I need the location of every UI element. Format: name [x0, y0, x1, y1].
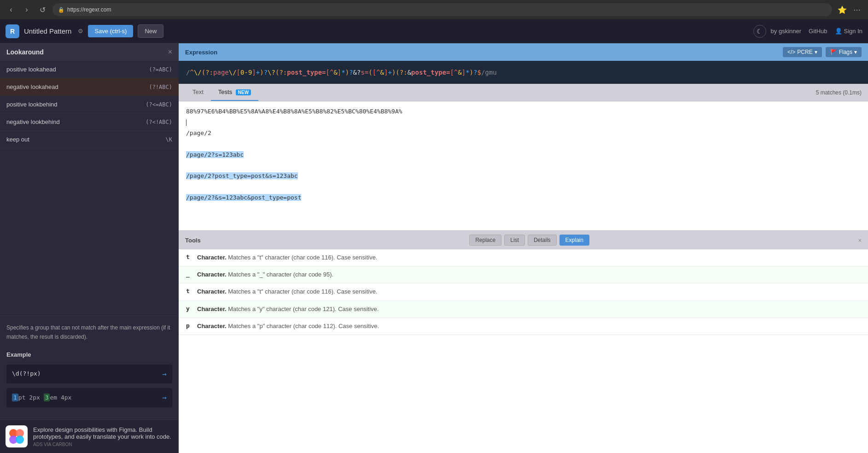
detail-text-2: Character. Matches a "_" character (char… [197, 271, 333, 279]
tab-tests[interactable]: Tests NEW [211, 84, 258, 101]
sidebar-description: Specifies a group that can not match aft… [0, 316, 179, 419]
detail-char-5: p [186, 322, 197, 329]
regex-amp: & [333, 69, 337, 76]
regex-escaped-q: \? [268, 69, 275, 76]
regex-range: 0-9 [240, 69, 252, 76]
more-button[interactable]: ⋯ [851, 3, 863, 16]
regex-post-type-text: post_type= [287, 69, 326, 76]
sidebar: Lookaround × positive lookahead (?=ABC) … [0, 43, 179, 453]
detail-char-1: t [186, 253, 197, 260]
ad-text: Explore design possibilities with Figma.… [33, 426, 173, 440]
sidebar-items-list: positive lookahead (?=ABC) negative look… [0, 61, 179, 316]
example-code-2: 1pt 2px 3em 4px → [6, 388, 172, 407]
sidebar-header: Lookaround × [0, 43, 179, 61]
extensions-button[interactable]: ⭐ [836, 3, 849, 16]
example-1-arrow[interactable]: → [162, 368, 167, 380]
ad-logo [6, 425, 28, 447]
sidebar-item-label: positive lookahead [6, 66, 56, 73]
list-button[interactable]: List [504, 235, 525, 246]
tools-buttons: Replace List Details Explain [469, 235, 589, 246]
browser-chrome: ‹ › ↺ 🔒 https://regexr.com ⭐ ⋯ [0, 0, 868, 19]
sidebar-close-button[interactable]: × [168, 48, 172, 56]
reload-button[interactable]: ↺ [36, 3, 49, 16]
tools-label: Tools [185, 237, 201, 244]
regex-char-class-close: ] [252, 69, 256, 76]
forward-button[interactable]: › [20, 3, 33, 16]
regex-amp4: & [458, 69, 461, 76]
save-button[interactable]: Save (ctrl-s) [88, 25, 133, 37]
tab-tests-label: Tests [218, 88, 232, 95]
sidebar-item-code: \K [166, 136, 172, 143]
back-button[interactable]: ‹ [5, 3, 17, 16]
main-content: Expression </> PCRE ▾ 🚩 Flags ▾ /^\/(?:p… [179, 43, 868, 453]
match-2: /page/2?post_type=post&s=123abc [186, 172, 298, 179]
tools-close-button[interactable]: × [858, 237, 862, 244]
detail-row-1: t Character. Matches a "t" character (ch… [179, 249, 868, 266]
flags-button[interactable]: 🚩 Flags ▾ [826, 47, 862, 57]
header-links: by gskinner GitHub 👤 Sign In [771, 28, 862, 35]
detail-row-2: _ Character. Matches a "_" character (ch… [179, 266, 868, 283]
regex-group-open-1: (?: [202, 69, 213, 76]
sidebar-item-negative-lookbehind[interactable]: negative lookbehind (?<!ABC) [0, 113, 179, 131]
url-text: https://regexr.com [67, 6, 111, 13]
regex-plus: + [256, 69, 260, 76]
text-line-cursor [186, 117, 861, 127]
ad-content: Explore design possibilities with Figma.… [33, 426, 173, 447]
text-line-3: /page/2?s=123abc [186, 149, 861, 160]
expression-label: Expression [185, 49, 217, 56]
sidebar-item-positive-lookahead[interactable]: positive lookahead (?=ABC) [0, 61, 179, 78]
dark-mode-button[interactable]: ☾ [753, 25, 766, 38]
by-text: by gskinner [771, 28, 801, 35]
highlight-1: 1 [12, 394, 18, 401]
tabs: Text Tests NEW [185, 84, 258, 101]
explain-button[interactable]: Explain [559, 235, 589, 246]
new-button[interactable]: New [138, 24, 163, 38]
text-line-blank3 [186, 182, 861, 192]
regex-display[interactable]: /^\/(?:page\/[0-9]+)?\?(?:post_type=[^&]… [179, 61, 868, 84]
regex-dollar: $ [477, 69, 481, 76]
sidebar-item-positive-lookbehind[interactable]: positive lookbehind (?<=ABC) [0, 96, 179, 113]
detail-text-3: Character. Matches a "t" character (char… [197, 288, 377, 296]
text-line-4: /page/2?post_type=post&s=123abc [186, 171, 861, 181]
text-editor[interactable]: 88%97%E6%B4%BB%E5%8A%A8%E4%B8%8A%E5%B8%8… [179, 101, 868, 230]
replace-button[interactable]: Replace [469, 235, 501, 246]
regex-close-slash: / [481, 69, 485, 76]
sidebar-item-label: negative lookahead [6, 83, 58, 90]
regex-question-3: ? [473, 69, 477, 76]
gear-icon[interactable]: ⚙ [78, 28, 83, 35]
tests-new-badge: NEW [236, 89, 251, 95]
sidebar-title: Lookaround [6, 48, 44, 56]
sign-in-button[interactable]: 👤 Sign In [835, 28, 862, 35]
highlight-2: 3 [44, 394, 50, 401]
tabs-row: Text Tests NEW 5 matches (0.1ms) [179, 84, 868, 101]
example-code-1: \d(?!px) → [6, 365, 172, 384]
regex-caret: ^ [190, 69, 193, 76]
sidebar-item-code: (?!ABC) [149, 84, 172, 90]
regex-capture-close: ) [392, 69, 396, 76]
lock-icon: 🔒 [58, 7, 64, 13]
address-bar[interactable]: 🔒 https://regexr.com [52, 3, 832, 16]
text-line-blank [186, 138, 861, 149]
pcre-text: PCRE [797, 49, 812, 55]
regex-open-slash: / [186, 69, 190, 76]
details-button[interactable]: Details [528, 235, 557, 246]
example-1-text: \d(?!px) [12, 369, 41, 379]
description-text: Specifies a group that can not match aft… [6, 324, 172, 341]
detail-char-2: _ [186, 271, 197, 277]
regex-question-1: ? [264, 69, 268, 76]
sidebar-item-keep-out[interactable]: keep out \K [0, 131, 179, 148]
regex-negated-class-close: ] [338, 69, 341, 76]
github-link[interactable]: GitHub [809, 28, 827, 35]
svg-point-3 [16, 435, 24, 444]
regex-plus2: + [388, 69, 391, 76]
sidebar-item-negative-lookahead[interactable]: negative lookahead (?!ABC) [0, 78, 179, 96]
logo-letter: R [10, 28, 15, 35]
regex-negated-class2-open: [^ [373, 69, 380, 76]
ad-source: ADS VIA CARBON [33, 442, 173, 447]
detail-text-4: Character. Matches a "y" character (char… [197, 305, 379, 313]
text-line-2: /page/2 [186, 128, 861, 138]
regex-escaped-slash: \/ [194, 69, 202, 76]
tab-text[interactable]: Text [185, 84, 211, 101]
pcre-button[interactable]: </> PCRE ▾ [783, 47, 822, 57]
example-2-arrow[interactable]: → [162, 392, 167, 404]
